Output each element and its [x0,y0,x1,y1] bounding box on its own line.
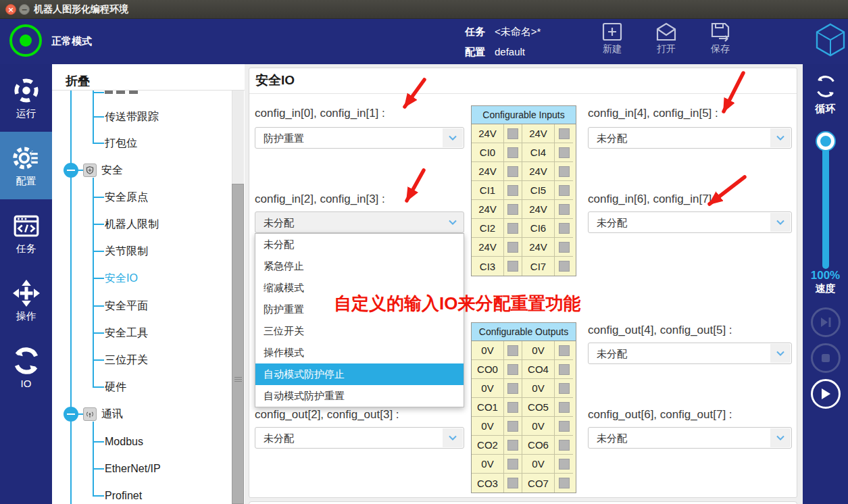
divider [52,90,245,91]
outputs-table-title: Configurable Outputs [472,323,576,341]
io-pin-label: CI5 [522,181,555,200]
config-value: default [495,46,525,57]
window-title: 机器人图形化编程环境 [34,3,128,16]
io-terminal [555,379,573,398]
play-icon [820,387,832,401]
tree-item-joint-limits[interactable]: 关节限制 [105,244,148,259]
io-terminal [555,417,573,436]
tree-item-packing[interactable]: 打包位 [105,136,137,151]
skip-icon [819,316,832,328]
chevron-down-icon [443,428,463,447]
dropdown-option[interactable]: 操作模式 [255,342,464,363]
collapse-minus-icon[interactable] [64,407,78,422]
tree-item-three-position-switch[interactable]: 三位开关 [105,353,148,368]
run-icon [12,76,41,105]
tree-item-safety-tool[interactable]: 安全工具 [105,326,148,341]
nav-item-config[interactable]: 配置 [0,132,52,199]
config-out-6-7-select[interactable]: 未分配 [588,427,792,449]
new-button[interactable]: 新建 [590,22,634,61]
nav-item-task[interactable]: 任务 [0,199,52,267]
tree-item-safety-io[interactable]: 安全IO [105,271,138,286]
dropdown-option[interactable]: 自动模式防护重置 [255,385,464,407]
top-header: 正常模式 任务<未命名>* 配置default 新建 打开 [0,19,848,64]
config-in-4-5-select[interactable]: 未分配 [588,127,792,149]
io-terminal [555,181,573,200]
io-pin-label: 0V [472,341,504,360]
task-label: 任务 [465,26,485,37]
open-button[interactable]: 打开 [644,22,689,61]
io-pin-label: CO0 [472,360,504,379]
config-in-0-1-label: config_in[0], config_in[1] : [255,107,385,120]
io-pin-label: 0V [472,379,504,398]
config-in-6-7-select[interactable]: 未分配 [588,211,792,233]
tree-connector [93,305,104,307]
collapse-minus-icon[interactable] [64,163,78,178]
tree-item-conveyor[interactable]: 传送带跟踪 [105,109,159,124]
tree-item-safety[interactable]: 安全 [64,163,123,178]
terminal-square-icon [507,261,518,272]
tree-item-communication[interactable]: 通讯 [64,407,123,422]
io-terminal [504,181,522,200]
nav-label-io: IO [21,378,32,389]
open-button-label: 打开 [644,43,689,55]
tree-item-label: 安全工具 [105,326,148,341]
tree-item-hardware[interactable]: 硬件 [105,380,126,395]
dropdown-option[interactable]: 三位开关 [255,320,464,342]
tree-item-label: 传送带跟踪 [105,110,159,124]
io-pin-label: 24V [522,162,555,181]
terminal-square-icon [559,261,570,272]
config-out-4-5-select[interactable]: 未分配 [588,343,792,364]
io-terminal [555,200,573,219]
dropdown-option-highlighted[interactable]: 自动模式防护停止 [255,363,464,385]
tree-item-label: EtherNet/IP [105,463,161,475]
config-in-2-3-select[interactable]: 未分配 [255,211,464,233]
dropdown-option[interactable]: 紧急停止 [255,255,464,277]
io-terminal [555,124,573,143]
tree-item-modbus[interactable]: Modbus [105,434,143,449]
play-button[interactable] [811,379,841,409]
tree-item-safety-home[interactable]: 安全原点 [105,190,148,205]
nav-item-io[interactable]: IO [0,334,52,395]
save-button[interactable]: 保存 [698,22,743,61]
terminal-square-icon [559,185,570,196]
tree-item-label: 硬件 [105,380,126,395]
terminal-square-icon [507,383,518,394]
io-pin-label: 0V [472,417,504,436]
terminal-square-icon [507,223,518,234]
stop-button[interactable] [811,343,841,373]
tree-item-ethernet-ip[interactable]: EtherNet/IP [105,461,161,476]
chevron-down-icon [443,213,463,232]
tree-item-label: 安全原点 [105,191,148,205]
select-value: 未分配 [264,217,294,230]
tree-item-robot-limits[interactable]: 机器人限制 [105,217,159,232]
status-dot [20,34,32,47]
tree-item-label: Profinet [105,490,142,502]
speed-slider-knob[interactable] [817,132,834,150]
tree-panel-title: 折叠 [66,73,90,89]
loop-icon[interactable] [813,74,839,99]
tree-item-profinet[interactable]: Profinet [105,488,142,503]
step-button[interactable] [811,307,841,337]
tree-item-label: 打包位 [105,136,137,151]
io-terminal [555,474,573,493]
nav-item-run[interactable]: 运行 [0,64,52,132]
tree-scrollbar-thumb[interactable] [232,184,244,504]
config-in-6-7-label: config_in[6], config_in[7] : [588,193,718,206]
speed-slider-track[interactable] [822,141,829,269]
tree-item-safety-planes[interactable]: 安全平面 [105,299,148,313]
minimize-icon[interactable]: − [19,4,30,15]
terminal-square-icon [559,364,570,375]
close-icon[interactable]: × [5,4,16,15]
tree-item-label: 安全IO [105,272,138,286]
io-terminal [555,360,573,379]
config-in-0-1-select[interactable]: 防护重置 [255,127,464,149]
open-icon [655,22,677,42]
nav-item-operate[interactable]: 操作 [0,267,52,334]
tree-connector [93,224,104,225]
task-value: <未命名>* [495,26,541,37]
config-out-2-3-select[interactable]: 未分配 [255,427,464,449]
select-value: 防护重置 [264,132,304,145]
tree-connector [93,495,104,497]
dropdown-option[interactable]: 未分配 [255,234,464,255]
config-label: 配置 [465,46,485,57]
